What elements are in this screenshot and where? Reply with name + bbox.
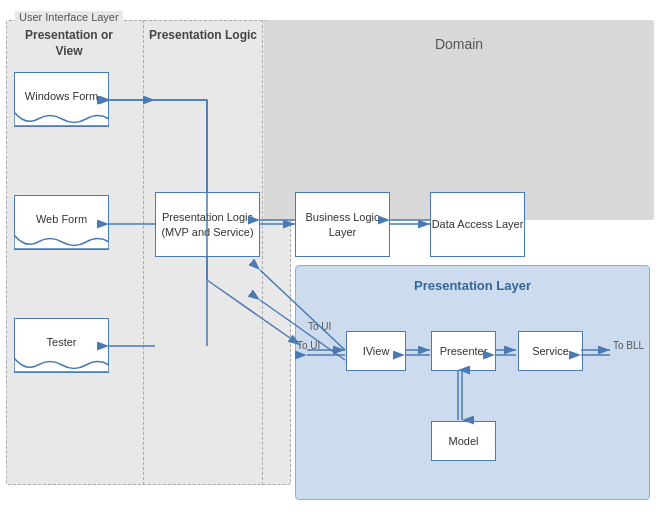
pres-logic-label: Presentation Logic (MVP and Service): [156, 210, 259, 239]
ui-layer-label: User Interface Layer: [15, 11, 123, 23]
service-box: Service: [518, 331, 583, 371]
model-box: Model: [431, 421, 496, 461]
tester-box: Tester: [14, 318, 109, 373]
to-ui-label: To UI: [308, 321, 331, 332]
to-bll-text: To BLL: [613, 340, 644, 351]
diagram-container: User Interface Layer Presentation or Vie…: [0, 0, 664, 523]
domain-region: Domain: [264, 20, 654, 220]
service-label: Service: [532, 344, 569, 358]
windows-form-box: Windows Form: [14, 72, 109, 127]
dal-box: Data Access Layer: [430, 192, 525, 257]
model-label: Model: [449, 434, 479, 448]
presenter-label: Presenter: [440, 344, 488, 358]
tester-label: Tester: [47, 336, 77, 348]
pov-column-header: Presentation or View: [14, 28, 124, 59]
web-form-box: Web Form: [14, 195, 109, 250]
bll-label: Business Logic Layer: [296, 210, 389, 239]
presenter-box: Presenter: [431, 331, 496, 371]
iview-label: IView: [363, 344, 390, 358]
bll-box: Business Logic Layer: [295, 192, 390, 257]
pl-column-header: Presentation Logic: [144, 28, 262, 44]
iview-box: IView: [346, 331, 406, 371]
pres-logic-box: Presentation Logic (MVP and Service): [155, 192, 260, 257]
web-form-label: Web Form: [36, 213, 87, 225]
presentation-layer-box: Presentation Layer To UI To BLL IView Pr…: [295, 265, 650, 500]
domain-label: Domain: [264, 20, 654, 52]
pres-layer-label: Presentation Layer: [296, 266, 649, 293]
windows-form-label: Windows Form: [25, 90, 98, 102]
to-ui-text: To UI: [297, 340, 320, 351]
dal-label: Data Access Layer: [432, 217, 524, 231]
